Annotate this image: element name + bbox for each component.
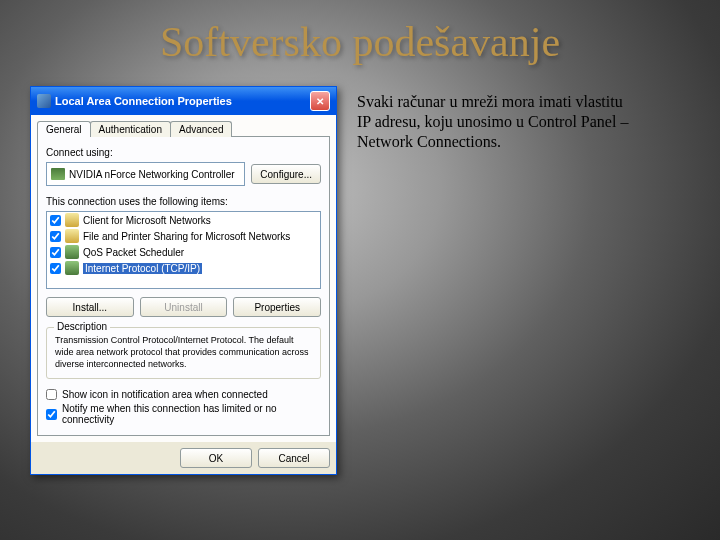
tab-advanced[interactable]: Advanced <box>170 121 232 137</box>
tab-authentication[interactable]: Authentication <box>90 121 171 137</box>
share-icon <box>65 229 79 243</box>
adapter-icon <box>51 168 65 180</box>
titlebar: Local Area Connection Properties ✕ <box>31 87 336 115</box>
client-icon <box>65 213 79 227</box>
list-item[interactable]: File and Printer Sharing for Microsoft N… <box>47 228 320 244</box>
item-checkbox[interactable] <box>50 263 61 274</box>
tab-general[interactable]: General <box>37 121 91 137</box>
content-area: Local Area Connection Properties ✕ Gener… <box>0 66 720 495</box>
install-button[interactable]: Install... <box>46 297 134 317</box>
item-label: Internet Protocol (TCP/IP) <box>83 263 202 274</box>
notify-limited-label: Notify me when this connection has limit… <box>62 403 321 425</box>
tcpip-icon <box>65 261 79 275</box>
uninstall-button: Uninstall <box>140 297 228 317</box>
show-icon-checkbox[interactable] <box>46 389 57 400</box>
item-checkbox[interactable] <box>50 215 61 226</box>
connection-items-list[interactable]: Client for Microsoft Networks File and P… <box>46 211 321 289</box>
tab-content: Connect using: NVIDIA nForce Networking … <box>37 136 330 436</box>
description-text: Transmission Control Protocol/Internet P… <box>55 334 312 370</box>
tab-bar: General Authentication Advanced <box>37 121 330 137</box>
side-paragraph: Svaki računar u mreži mora imati vlastit… <box>357 86 637 475</box>
adapter-field: NVIDIA nForce Networking Controller <box>46 162 245 186</box>
ok-button[interactable]: OK <box>180 448 252 468</box>
close-icon: ✕ <box>316 96 324 107</box>
dialog-title: Local Area Connection Properties <box>55 95 232 107</box>
properties-dialog: Local Area Connection Properties ✕ Gener… <box>30 86 337 475</box>
item-label: Client for Microsoft Networks <box>83 215 211 226</box>
item-label: File and Printer Sharing for Microsoft N… <box>83 231 290 242</box>
item-label: QoS Packet Scheduler <box>83 247 184 258</box>
notify-limited-checkbox[interactable] <box>46 409 57 420</box>
dialog-body: General Authentication Advanced Connect … <box>31 115 336 442</box>
item-checkbox[interactable] <box>50 231 61 242</box>
cancel-button[interactable]: Cancel <box>258 448 330 468</box>
qos-icon <box>65 245 79 259</box>
connect-using-label: Connect using: <box>46 147 321 158</box>
network-icon <box>37 94 51 108</box>
adapter-name: NVIDIA nForce Networking Controller <box>69 169 235 180</box>
properties-button[interactable]: Properties <box>233 297 321 317</box>
list-item[interactable]: Client for Microsoft Networks <box>47 212 320 228</box>
show-icon-label: Show icon in notification area when conn… <box>62 389 268 400</box>
dialog-footer: OK Cancel <box>31 442 336 474</box>
item-checkbox[interactable] <box>50 247 61 258</box>
description-title: Description <box>54 321 110 332</box>
description-group: Description Transmission Control Protoco… <box>46 327 321 379</box>
slide-title: Softversko podešavanje <box>0 0 720 66</box>
list-item[interactable]: Internet Protocol (TCP/IP) <box>47 260 320 276</box>
close-button[interactable]: ✕ <box>310 91 330 111</box>
configure-button[interactable]: Configure... <box>251 164 321 184</box>
items-label: This connection uses the following items… <box>46 196 321 207</box>
list-item[interactable]: QoS Packet Scheduler <box>47 244 320 260</box>
